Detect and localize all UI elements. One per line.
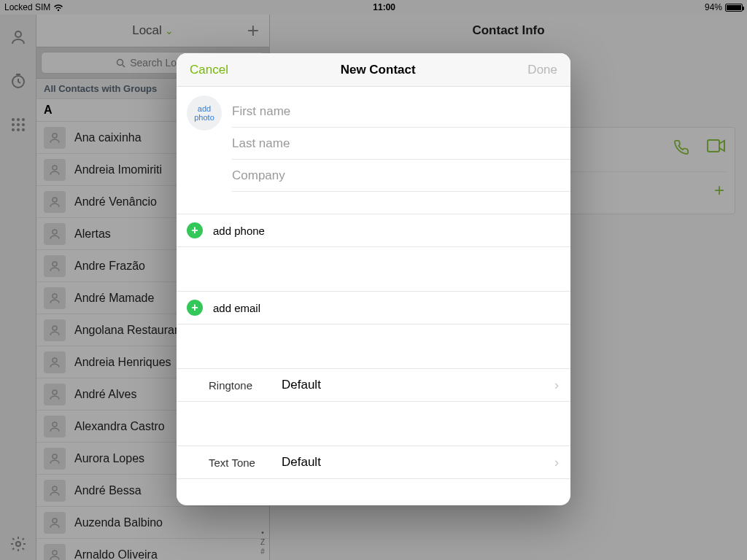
chevron-right-icon: ›	[554, 378, 559, 393]
last-name-field[interactable]	[232, 136, 570, 151]
texttone-value: Default	[282, 455, 540, 470]
add-phone-row[interactable]: + add phone	[177, 214, 570, 247]
company-field[interactable]	[232, 168, 570, 183]
add-email-row[interactable]: + add email	[177, 291, 570, 324]
add-photo-label: add photo	[187, 104, 222, 122]
add-phone-label: add phone	[213, 225, 265, 237]
plus-icon: +	[187, 222, 203, 238]
plus-icon: +	[187, 300, 203, 316]
texttone-label: Text Tone	[209, 456, 267, 469]
ringtone-value: Default	[282, 378, 540, 392]
ringtone-row[interactable]: Ringtone Default ›	[177, 368, 570, 402]
texttone-row[interactable]: Text Tone Default ›	[177, 446, 570, 479]
modal-header: Cancel New Contact Done	[177, 53, 570, 87]
ringtone-label: Ringtone	[209, 379, 267, 392]
add-email-label: add email	[213, 302, 260, 314]
chevron-right-icon: ›	[554, 455, 559, 470]
modal-title: New Contact	[341, 63, 416, 77]
add-photo-button[interactable]: add photo	[187, 96, 222, 131]
modal-body: add photo + add phone + add email Ringto…	[177, 87, 570, 505]
first-name-field[interactable]	[232, 104, 570, 119]
done-button[interactable]: Done	[527, 63, 557, 77]
cancel-button[interactable]: Cancel	[190, 63, 228, 77]
new-contact-modal: Cancel New Contact Done add photo + add …	[177, 53, 570, 505]
